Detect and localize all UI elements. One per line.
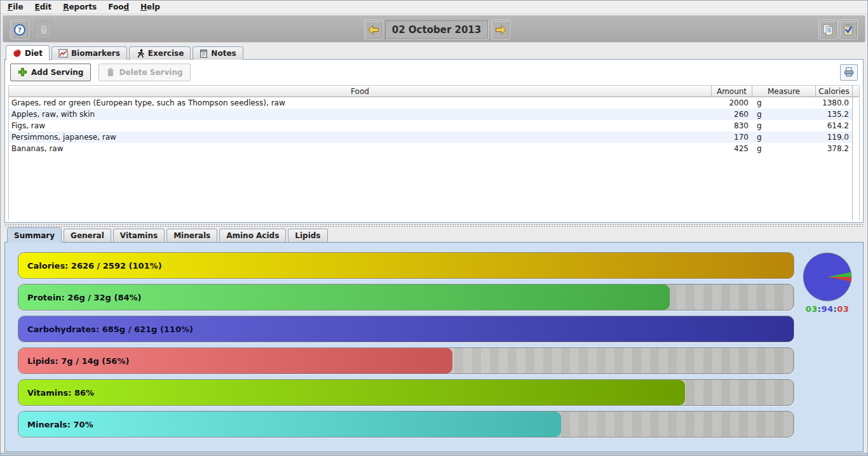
tab-diet[interactable]: Diet bbox=[6, 45, 50, 60]
copy-report-icon bbox=[822, 23, 834, 36]
protein-bar-label: Protein: 26g / 32g (84%) bbox=[27, 293, 141, 302]
app-window: File Edit Reports Food Help ? T 02 Octob… bbox=[0, 0, 868, 456]
column-header-calories[interactable]: Calories bbox=[815, 86, 852, 97]
tab-minerals[interactable]: Minerals bbox=[166, 229, 217, 242]
clipboard-check-icon bbox=[842, 23, 855, 36]
clipboard-check-button[interactable] bbox=[839, 20, 857, 39]
column-header-amount[interactable]: Amount bbox=[711, 86, 752, 97]
print-button[interactable] bbox=[840, 64, 858, 81]
tab-notes-label: Notes bbox=[211, 49, 236, 58]
add-serving-button[interactable]: Add Serving bbox=[10, 64, 91, 81]
biomarkers-icon bbox=[58, 49, 68, 58]
tab-general[interactable]: General bbox=[64, 229, 111, 242]
menu-help[interactable]: Help bbox=[135, 1, 166, 13]
table-row[interactable]: Grapes, red or green (European type, suc… bbox=[9, 97, 852, 109]
carbohydrates-bar-label: Carbohydrates: 685g / 621g (110%) bbox=[27, 325, 193, 334]
minerals-bar-label: Minerals: 70% bbox=[27, 420, 93, 429]
prev-day-button[interactable] bbox=[365, 20, 383, 39]
protein-progress-bar: Protein: 26g / 32g (84%) bbox=[18, 284, 794, 311]
vitamins-progress-bar: Vitamins: 86% bbox=[18, 379, 794, 406]
text-report-button: T bbox=[35, 20, 53, 39]
toolbar: ? T 02 October 2013 bbox=[3, 15, 865, 43]
delete-serving-button: Delete Serving bbox=[98, 64, 190, 81]
exercise-icon bbox=[136, 49, 145, 58]
tab-exercise-label: Exercise bbox=[148, 49, 184, 58]
tab-notes[interactable]: Notes bbox=[193, 46, 243, 60]
tab-diet-label: Diet bbox=[25, 49, 43, 58]
main-tabbar: Diet Biomarkers Exercise Notes bbox=[6, 45, 243, 60]
help-button[interactable]: ? bbox=[11, 20, 29, 39]
diet-panel: Add Serving Delete Serving Food Amount M… bbox=[4, 59, 864, 223]
lipids-bar-label: Lipids: 7g / 14g (56%) bbox=[27, 356, 129, 366]
vitamins-bar-label: Vitamins: 86% bbox=[27, 388, 94, 398]
table-row[interactable]: Figs, raw 830 g 614.2 bbox=[9, 120, 852, 131]
column-header-food[interactable]: Food bbox=[9, 86, 711, 97]
svg-text:?: ? bbox=[18, 27, 22, 34]
add-icon bbox=[18, 67, 27, 77]
table-row[interactable]: Persimmons, japanese, raw 170 g 119.0 bbox=[9, 131, 852, 143]
menu-file[interactable]: File bbox=[2, 1, 29, 13]
diet-icon bbox=[13, 49, 22, 58]
column-header-measure[interactable]: Measure bbox=[752, 86, 815, 97]
food-table-header: Food Amount Measure Calories bbox=[9, 85, 852, 97]
text-document-icon: T bbox=[38, 24, 50, 36]
carbohydrates-progress-bar: Carbohydrates: 685g / 621g (110%) bbox=[18, 316, 794, 342]
prev-day-arrow-icon bbox=[368, 25, 379, 35]
tab-biomarkers[interactable]: Biomarkers bbox=[51, 46, 127, 60]
food-table: Food Amount Measure Calories Grapes, red… bbox=[8, 85, 853, 220]
tab-vitamins[interactable]: Vitamins bbox=[113, 229, 165, 242]
printer-icon bbox=[843, 67, 855, 77]
macronutrient-pie-chart bbox=[801, 250, 854, 304]
menubar: File Edit Reports Food Help bbox=[1, 1, 867, 14]
menu-food[interactable]: Food bbox=[102, 1, 135, 13]
table-row[interactable]: Bananas, raw 425 g 378.2 bbox=[9, 143, 852, 154]
summary-panel: Calories: 2626 / 2592 (101%) Protein: 26… bbox=[4, 242, 864, 452]
calories-bar-label: Calories: 2626 / 2592 (101%) bbox=[27, 261, 162, 271]
tab-biomarkers-label: Biomarkers bbox=[71, 49, 120, 58]
tab-exercise[interactable]: Exercise bbox=[129, 46, 191, 60]
next-day-arrow-icon bbox=[495, 25, 506, 35]
summary-tabbar: Summary General Vitamins Minerals Amino … bbox=[7, 227, 328, 242]
lipids-progress-bar: Lipids: 7g / 14g (56%) bbox=[18, 347, 794, 374]
serving-toolbar: Add Serving Delete Serving bbox=[10, 63, 858, 81]
tab-lipids[interactable]: Lipids bbox=[288, 229, 327, 242]
menu-reports[interactable]: Reports bbox=[57, 1, 102, 13]
svg-text:T: T bbox=[42, 27, 46, 33]
help-icon: ? bbox=[13, 23, 26, 36]
menu-edit[interactable]: Edit bbox=[29, 1, 58, 13]
table-row[interactable]: Apples, raw, with skin 260 g 135.2 bbox=[9, 109, 852, 120]
minerals-progress-bar: Minerals: 70% bbox=[18, 411, 794, 438]
copy-report-button[interactable] bbox=[819, 20, 837, 39]
tab-summary[interactable]: Summary bbox=[7, 227, 62, 243]
add-serving-label: Add Serving bbox=[31, 68, 83, 77]
window-bottom-edge bbox=[1, 453, 867, 456]
next-day-button[interactable] bbox=[492, 20, 510, 39]
macronutrient-ratio-label: 03:94:03 bbox=[797, 304, 858, 314]
delete-serving-label: Delete Serving bbox=[119, 68, 182, 77]
trash-icon bbox=[106, 67, 115, 77]
date-display[interactable]: 02 October 2013 bbox=[385, 20, 488, 39]
notes-icon bbox=[200, 49, 208, 58]
table-scrollbar-gutter[interactable] bbox=[853, 85, 860, 220]
tab-amino-acids[interactable]: Amino Acids bbox=[219, 229, 286, 242]
calories-progress-bar: Calories: 2626 / 2592 (101%) bbox=[18, 252, 794, 279]
